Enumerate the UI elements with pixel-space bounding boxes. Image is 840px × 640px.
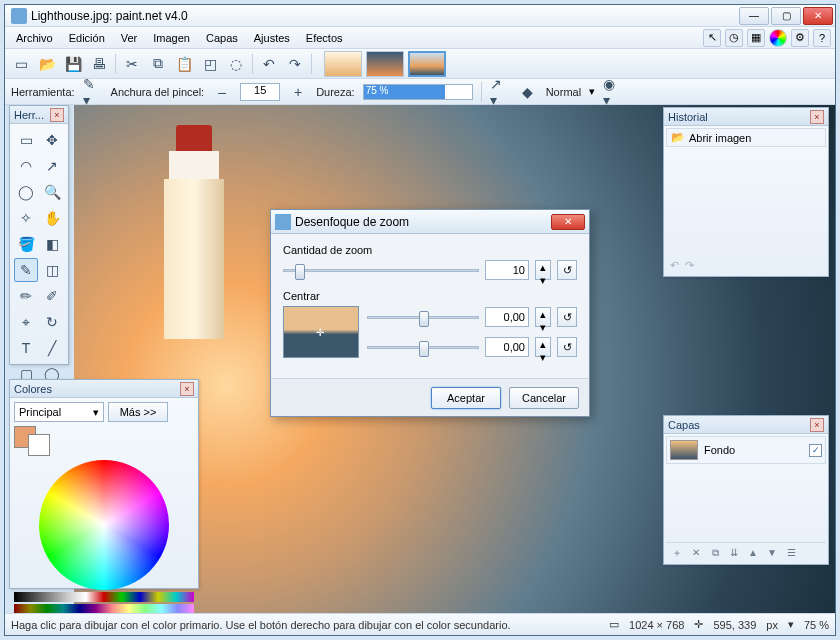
tool-line[interactable]: ╱ bbox=[40, 336, 64, 360]
minimize-button[interactable]: — bbox=[739, 7, 769, 25]
hardness-slider[interactable]: 75 % bbox=[363, 84, 473, 100]
history-redo-icon[interactable]: ↷ bbox=[685, 259, 694, 272]
doc-thumb-3[interactable] bbox=[408, 51, 446, 77]
layer-props-icon[interactable]: ☰ bbox=[783, 545, 799, 561]
active-tool-icon[interactable]: ✎ ▾ bbox=[83, 82, 103, 102]
layer-add-icon[interactable]: ＋ bbox=[669, 545, 685, 561]
tool-rect-select[interactable]: ▭ bbox=[14, 128, 38, 152]
zoom-amount-spinner[interactable]: ▴▾ bbox=[535, 260, 551, 280]
fill-style-icon[interactable]: ◉ ▾ bbox=[603, 82, 623, 102]
unit-dropdown-icon[interactable]: ▾ bbox=[788, 618, 794, 631]
palette-row[interactable] bbox=[14, 592, 194, 602]
zoom-amount-input[interactable]: 10 bbox=[485, 260, 529, 280]
tool-pan[interactable]: ✋ bbox=[40, 206, 64, 230]
colors-window-icon[interactable] bbox=[769, 29, 787, 47]
center-x-reset-icon[interactable]: ↺ bbox=[557, 307, 577, 327]
help-icon[interactable]: ? bbox=[813, 29, 831, 47]
layer-dup-icon[interactable]: ⧉ bbox=[707, 545, 723, 561]
brush-decrease-icon[interactable]: – bbox=[212, 82, 232, 102]
tool-move[interactable]: ✥ bbox=[40, 128, 64, 152]
open-icon[interactable]: 📂 bbox=[37, 54, 57, 74]
tool-fill[interactable]: 🪣 bbox=[14, 232, 38, 256]
deselect-icon[interactable]: ◌ bbox=[226, 54, 246, 74]
secondary-swatch[interactable] bbox=[28, 434, 50, 456]
document-thumbs bbox=[324, 51, 446, 77]
crop-icon[interactable]: ◰ bbox=[200, 54, 220, 74]
tool-eraser[interactable]: ◫ bbox=[40, 258, 64, 282]
tool-recolor[interactable]: ↻ bbox=[40, 310, 64, 334]
zoom-amount-reset-icon[interactable]: ↺ bbox=[557, 260, 577, 280]
menu-efectos[interactable]: Efectos bbox=[299, 29, 350, 47]
new-icon[interactable]: ▭ bbox=[11, 54, 31, 74]
color-mode-select[interactable]: Principal▾ bbox=[14, 402, 104, 422]
center-y-reset-icon[interactable]: ↺ bbox=[557, 337, 577, 357]
layers-window-icon[interactable]: ▦ bbox=[747, 29, 765, 47]
menu-edicion[interactable]: Edición bbox=[62, 29, 112, 47]
save-icon[interactable]: 💾 bbox=[63, 54, 83, 74]
tool-zoom[interactable]: 🔍 bbox=[40, 180, 64, 204]
copy-icon[interactable]: ⧉ bbox=[148, 54, 168, 74]
doc-thumb-1[interactable] bbox=[324, 51, 362, 77]
center-preview[interactable]: ✛ bbox=[283, 306, 359, 358]
blend-icon[interactable]: ◆ bbox=[518, 82, 538, 102]
layer-delete-icon[interactable]: ✕ bbox=[688, 545, 704, 561]
accept-button[interactable]: Aceptar bbox=[431, 387, 501, 409]
tool-clone[interactable]: ⌖ bbox=[14, 310, 38, 334]
history-panel-close-icon[interactable]: × bbox=[810, 110, 824, 124]
maximize-button[interactable]: ▢ bbox=[771, 7, 801, 25]
close-button[interactable]: ✕ bbox=[803, 7, 833, 25]
redo-icon[interactable]: ↷ bbox=[285, 54, 305, 74]
tool-gradient[interactable]: ◧ bbox=[40, 232, 64, 256]
paste-icon[interactable]: 📋 bbox=[174, 54, 194, 74]
layer-merge-icon[interactable]: ⇊ bbox=[726, 545, 742, 561]
center-x-input[interactable]: 0,00 bbox=[485, 307, 529, 327]
blend-mode[interactable]: Normal bbox=[546, 86, 581, 98]
settings-icon[interactable]: ⚙ bbox=[791, 29, 809, 47]
tool-picker[interactable]: ✐ bbox=[40, 284, 64, 308]
doc-thumb-2[interactable] bbox=[366, 51, 404, 77]
tools-panel-close-icon[interactable]: × bbox=[50, 108, 64, 122]
layer-down-icon[interactable]: ▼ bbox=[764, 545, 780, 561]
center-y-slider[interactable] bbox=[367, 338, 479, 356]
layers-panel-close-icon[interactable]: × bbox=[810, 418, 824, 432]
brush-increase-icon[interactable]: + bbox=[288, 82, 308, 102]
statusbar: Haga clic para dibujar con el color prim… bbox=[5, 613, 835, 635]
cancel-button[interactable]: Cancelar bbox=[509, 387, 579, 409]
layer-item[interactable]: Fondo ✓ bbox=[666, 436, 826, 464]
print-icon[interactable]: 🖶 bbox=[89, 54, 109, 74]
menu-imagen[interactable]: Imagen bbox=[146, 29, 197, 47]
center-x-slider[interactable] bbox=[367, 308, 479, 326]
brush-width-input[interactable]: 15 bbox=[240, 83, 280, 101]
tool-pencil[interactable]: ✏ bbox=[14, 284, 38, 308]
tool-wand[interactable]: ✧ bbox=[14, 206, 38, 230]
dialog-close-button[interactable]: ✕ bbox=[551, 214, 585, 230]
tool-ellipse-select[interactable]: ◯ bbox=[14, 180, 38, 204]
cut-icon[interactable]: ✂ bbox=[122, 54, 142, 74]
zoom-amount-slider[interactable] bbox=[283, 261, 479, 279]
history-window-icon[interactable]: ◷ bbox=[725, 29, 743, 47]
tool-window-icon[interactable]: ↖ bbox=[703, 29, 721, 47]
blend-dropdown-icon[interactable]: ▾ bbox=[589, 85, 595, 98]
center-x-spinner[interactable]: ▴▾ bbox=[535, 307, 551, 327]
more-colors-button[interactable]: Más >> bbox=[108, 402, 168, 422]
unit-select[interactable]: px bbox=[766, 619, 778, 631]
palette-row-2[interactable] bbox=[14, 604, 194, 613]
tool-move-selection[interactable]: ↗ bbox=[40, 154, 64, 178]
colors-panel-close-icon[interactable]: × bbox=[180, 382, 194, 396]
layer-up-icon[interactable]: ▲ bbox=[745, 545, 761, 561]
history-undo-icon[interactable]: ↶ bbox=[670, 259, 679, 272]
tool-lasso[interactable]: ◠ bbox=[14, 154, 38, 178]
history-item[interactable]: 📂 Abrir imagen bbox=[666, 128, 826, 147]
menu-ajustes[interactable]: Ajustes bbox=[247, 29, 297, 47]
center-y-spinner[interactable]: ▴▾ bbox=[535, 337, 551, 357]
menu-archivo[interactable]: Archivo bbox=[9, 29, 60, 47]
center-y-input[interactable]: 0,00 bbox=[485, 337, 529, 357]
tool-brush[interactable]: ✎ bbox=[14, 258, 38, 282]
tool-text[interactable]: T bbox=[14, 336, 38, 360]
antialias-icon[interactable]: ↗ ▾ bbox=[490, 82, 510, 102]
menu-capas[interactable]: Capas bbox=[199, 29, 245, 47]
menu-ver[interactable]: Ver bbox=[114, 29, 145, 47]
color-wheel[interactable] bbox=[39, 460, 169, 590]
undo-icon[interactable]: ↶ bbox=[259, 54, 279, 74]
layer-visible-checkbox[interactable]: ✓ bbox=[809, 444, 822, 457]
